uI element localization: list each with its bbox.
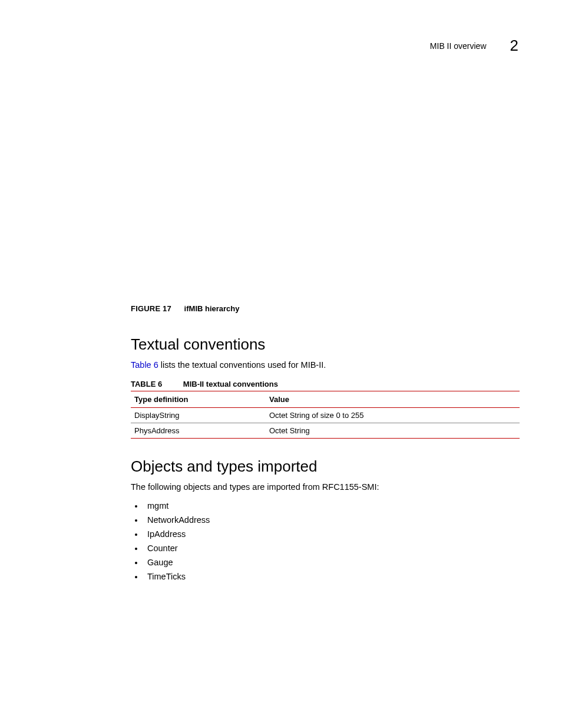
table-header-type: Type definition [131, 391, 267, 407]
header-chapter-number: 2 [510, 37, 518, 55]
table-header-row: Type definition Value [131, 391, 520, 407]
figure-title: ifMIB hierarchy [184, 304, 240, 313]
section1-intro: Table 6 lists the textual conventions us… [131, 360, 520, 371]
section2-intro: The following objects and types are impo… [131, 482, 520, 493]
table-header-value: Value [267, 391, 520, 407]
table-cell: Octet String of size 0 to 255 [267, 407, 520, 423]
list-item: IpAddress [144, 529, 520, 539]
table-title: MIB-II textual conventions [183, 380, 278, 388]
figure-label: FIGURE 17 [131, 304, 171, 313]
list-item: TimeTicks [144, 572, 520, 581]
list-item: Gauge [144, 558, 520, 567]
table-row: DisplayString Octet String of size 0 to … [131, 407, 520, 423]
table-6-link[interactable]: Table 6 [131, 360, 158, 370]
table-cell: PhysAddress [131, 423, 267, 438]
figure-caption: FIGURE 17 ifMIB hierarchy [131, 304, 520, 313]
table-row: PhysAddress Octet String [131, 423, 520, 438]
running-header: MIB II overview 2 [430, 37, 518, 55]
table-cell: DisplayString [131, 407, 267, 423]
textual-conventions-table: Type definition Value DisplayString Octe… [131, 391, 520, 439]
page: MIB II overview 2 FIGURE 17 ifMIB hierar… [0, 0, 562, 728]
header-section-name: MIB II overview [430, 41, 487, 51]
heading-objects-and-types: Objects and types imported [131, 457, 520, 476]
list-item: mgmt [144, 501, 520, 510]
table-label: TABLE 6 [131, 380, 162, 388]
list-item: Counter [144, 543, 520, 553]
section1-intro-text: lists the textual conventions used for M… [158, 360, 326, 370]
heading-textual-conventions: Textual conventions [131, 335, 520, 354]
list-item: NetworkAddress [144, 515, 520, 525]
imported-objects-list: mgmt NetworkAddress IpAddress Counter Ga… [131, 501, 520, 581]
table-caption: TABLE 6 MIB-II textual conventions [131, 380, 520, 388]
page-content: FIGURE 17 ifMIB hierarchy Textual conven… [131, 304, 520, 586]
table-cell: Octet String [267, 423, 520, 438]
